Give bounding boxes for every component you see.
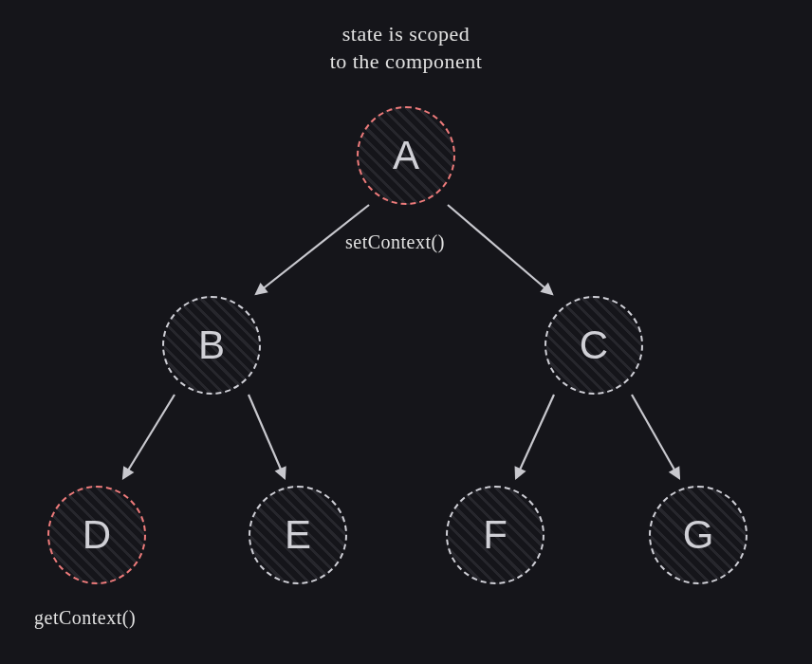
annotation-setcontext: setContext() — [345, 231, 445, 253]
svg-line-2 — [123, 395, 175, 478]
title-line-1: state is scoped — [330, 21, 483, 48]
node-b-label: B — [198, 323, 225, 368]
node-f-label: F — [483, 512, 508, 558]
node-e-label: E — [285, 512, 311, 558]
node-c: C — [544, 296, 643, 395]
node-f: F — [446, 486, 544, 584]
svg-line-3 — [249, 395, 285, 478]
annotation-getcontext: getContext() — [34, 607, 136, 629]
node-d-label: D — [83, 512, 111, 558]
svg-line-5 — [632, 395, 679, 478]
node-g-label: G — [683, 512, 714, 558]
node-g: G — [649, 486, 747, 584]
node-a: A — [357, 106, 455, 205]
node-e: E — [249, 486, 347, 584]
svg-line-4 — [516, 395, 554, 478]
title-line-2: to the component — [330, 48, 483, 76]
node-c-label: C — [580, 323, 608, 368]
diagram-title: state is scoped to the component — [330, 21, 483, 75]
node-b: B — [162, 296, 261, 395]
node-a-label: A — [393, 133, 419, 178]
svg-line-1 — [448, 205, 552, 294]
node-d: D — [47, 486, 146, 584]
